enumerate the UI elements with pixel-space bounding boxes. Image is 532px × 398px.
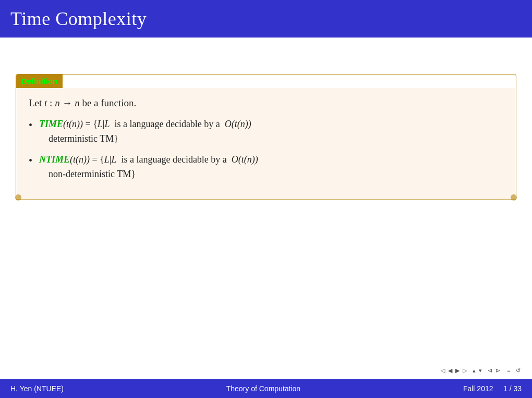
slide-title: Time Complexity: [10, 8, 147, 30]
nav-search-button[interactable]: ↺: [515, 367, 522, 375]
slide-footer: H. Yen (NTUEE) Theory of Computation Fal…: [0, 379, 532, 398]
beamer-navigation[interactable]: ◁ ◀ ▶ ▷ ▴ ▾ ⊲ ⊳ ≡ ↺: [440, 367, 522, 375]
nav-section-prev-button[interactable]: ⊲: [487, 367, 493, 375]
nav-up-button[interactable]: ▴: [471, 367, 477, 375]
bullet-list: TIME(t(n)) = {L|L is a language decidabl…: [29, 117, 503, 182]
footer-semester: Fall 2012: [463, 384, 493, 393]
slide-content: Definition Let t : n → n be a function. …: [0, 38, 532, 210]
definition-header: Definition: [16, 74, 63, 88]
definition-box: Definition Let t : n → n be a function. …: [16, 74, 516, 200]
nav-prev-button[interactable]: ◀: [447, 367, 453, 375]
footer-info: Fall 2012 1 / 33: [463, 384, 522, 393]
list-item: TIME(t(n)) = {L|L is a language decidabl…: [29, 117, 503, 146]
footer-author: H. Yen (NTUEE): [10, 384, 64, 393]
nav-next-button[interactable]: ▶: [454, 367, 461, 375]
nav-section-next-button[interactable]: ⊳: [494, 367, 501, 375]
definition-label: Definition: [21, 77, 57, 85]
slide-header: Time Complexity: [0, 0, 532, 38]
footer-course: Theory of Computation: [226, 384, 300, 393]
nav-last-button[interactable]: ▷: [462, 367, 468, 375]
corner-decoration-bl: [15, 194, 21, 201]
list-item: NTIME(t(n)) = {L|L is a language decidab…: [29, 153, 503, 182]
nav-first-button[interactable]: ◁: [440, 367, 446, 375]
footer-page: 1 / 33: [503, 384, 522, 393]
definition-body: Let t : n → n be a function. TIME(t(n)) …: [16, 88, 516, 200]
definition-box-wrapper: Definition Let t : n → n be a function. …: [16, 74, 516, 200]
nav-down-button[interactable]: ▾: [478, 367, 483, 375]
corner-decoration-br: [511, 194, 517, 201]
let-statement: Let t : n → n be a function.: [29, 97, 503, 109]
nav-toc-button[interactable]: ≡: [506, 367, 511, 375]
